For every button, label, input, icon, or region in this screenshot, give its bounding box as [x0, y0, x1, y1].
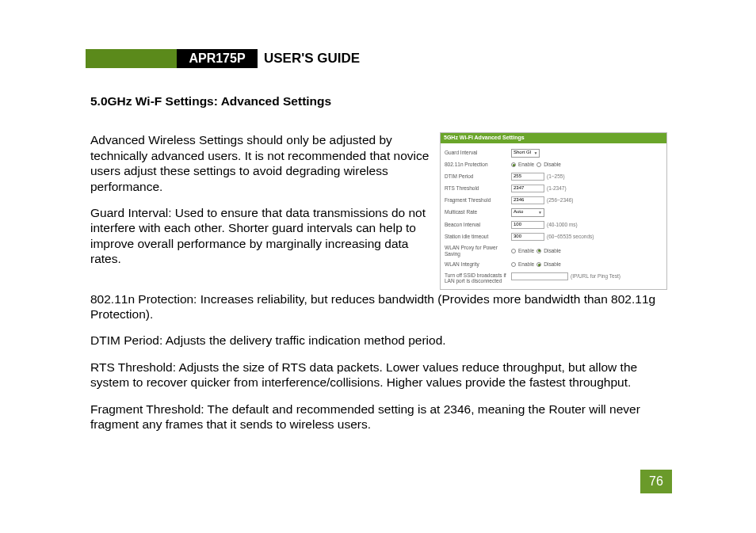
radio-integ-disable-icon[interactable] — [536, 262, 541, 267]
hint-beacon: (40-1000 ms) — [547, 222, 578, 228]
label-80211n: 802.11n Protection — [445, 162, 511, 168]
model-badge: APR175P — [177, 49, 258, 68]
label-beacon: Beacon Interval — [445, 222, 511, 228]
label-station-idle: Station idle timeout — [445, 234, 511, 240]
page-header: APR175P USER'S GUIDE — [86, 49, 664, 68]
paragraph-80211n: 802.11n Protection: Increases reliabilit… — [90, 291, 667, 322]
page-number: 76 — [640, 470, 672, 493]
label-dtim: DTIM Period — [445, 173, 511, 180]
radio-proxy-enable-label: Enable — [518, 248, 534, 254]
intro-text: Advanced Wireless Settings should only b… — [90, 132, 432, 289]
radio-integ-enable-label: Enable — [518, 261, 534, 268]
input-station-idle[interactable]: 300 — [511, 233, 544, 241]
label-guard-interval: Guard Interval — [445, 150, 511, 156]
settings-panel: 5GHz Wi-Fi Advanced Settings Guard Inter… — [440, 132, 667, 289]
row-beacon: Beacon Interval 100 (40-1000 ms) — [445, 219, 662, 230]
label-rts: RTS Threshold — [445, 185, 511, 192]
row-station-idle: Station idle timeout 300 (60~65535 secon… — [445, 230, 662, 242]
hint-dtim: (1~255) — [547, 173, 565, 180]
select-multicast[interactable]: Auto — [511, 208, 544, 217]
label-multicast: Multicast Rate — [445, 209, 511, 215]
row-80211n-protection: 802.11n Protection Enable Disable — [445, 159, 662, 170]
radio-disable-icon[interactable] — [536, 162, 541, 167]
radio-proxy-enable-icon[interactable] — [511, 249, 516, 253]
radio-enable-label: Enable — [518, 162, 534, 168]
hint-fragment: (256~2346) — [547, 197, 573, 204]
content-area: 5.0GHz Wi-F Settings: Advanced Settings … — [90, 93, 667, 443]
paragraph-dtim: DTIM Period: Adjusts the delivery traffi… — [90, 333, 667, 348]
row-multicast: Multicast Rate Auto — [445, 206, 662, 219]
radio-proxy-disable-icon[interactable] — [536, 249, 541, 253]
panel-title: 5GHz Wi-Fi Advanced Settings — [441, 133, 666, 143]
hint-ping-test: (IP/URL for Ping Test) — [571, 273, 620, 280]
header-accent — [86, 49, 177, 68]
row-wlan-integrity: WLAN Integrity Enable Disable — [445, 259, 662, 270]
row-wlan-proxy: WLAN Proxy for Power Saving Enable Disab… — [445, 242, 662, 259]
row-rts: RTS Threshold 2347 (1-2347) — [445, 182, 662, 194]
select-guard-interval[interactable]: Short GI — [511, 149, 540, 158]
radio-proxy-disable-label: Disable — [544, 248, 561, 254]
radio-disable-label: Disable — [544, 162, 561, 168]
input-rts[interactable]: 2347 — [511, 185, 544, 192]
section-heading: 5.0GHz Wi-F Settings: Advanced Settings — [90, 93, 667, 109]
row-dtim: DTIM Period 255 (1~255) — [445, 170, 662, 182]
row-guard-interval: Guard Interval Short GI — [445, 147, 662, 159]
paragraph-intro1: Advanced Wireless Settings should only b… — [90, 132, 432, 194]
row-turn-off-ssid: Turn off SSID broadcasts if LAN port is … — [445, 270, 662, 285]
label-wlan-proxy: WLAN Proxy for Power Saving — [445, 245, 511, 257]
radio-integ-disable-label: Disable — [544, 261, 561, 268]
input-beacon[interactable]: 100 — [511, 221, 544, 229]
header-title: USER'S GUIDE — [258, 49, 360, 68]
radio-integ-enable-icon[interactable] — [511, 262, 516, 267]
radio-enable-icon[interactable] — [511, 162, 516, 167]
input-dtim[interactable]: 255 — [511, 173, 544, 181]
label-turn-off-ssid: Turn off SSID broadcasts if LAN port is … — [445, 272, 511, 284]
row-fragment: Fragment Threshold 2346 (256~2346) — [445, 194, 662, 206]
paragraph-rts: RTS Threshold: Adjusts the size of RTS d… — [90, 360, 667, 390]
label-fragment: Fragment Threshold — [445, 197, 511, 204]
input-ping-test[interactable] — [511, 272, 568, 280]
paragraph-intro2: Guard Interval: Used to ensure that data… — [90, 205, 432, 267]
input-fragment[interactable]: 2346 — [511, 196, 544, 204]
hint-station-idle: (60~65535 seconds) — [547, 234, 594, 240]
label-wlan-integrity: WLAN Integrity — [445, 261, 511, 268]
hint-rts: (1-2347) — [547, 185, 567, 192]
paragraph-fragment: Fragment Threshold: The default and reco… — [90, 402, 667, 432]
